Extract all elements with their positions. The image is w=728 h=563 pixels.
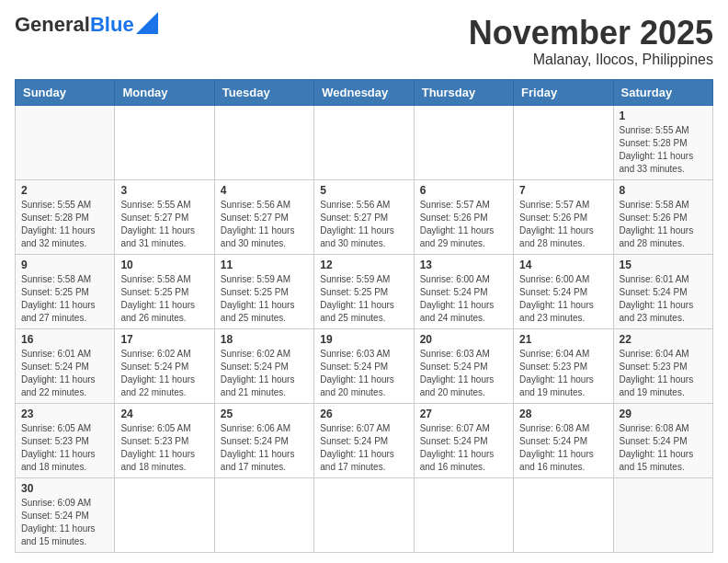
weekday-header: Friday — [514, 79, 613, 105]
day-info: Sunrise: 5:55 AM Sunset: 5:28 PM Dayligh… — [21, 199, 108, 250]
day-number: 20 — [420, 333, 507, 346]
calendar-day-cell: 1Sunrise: 5:55 AM Sunset: 5:28 PM Daylig… — [613, 105, 712, 179]
calendar-week-row: 30Sunrise: 6:09 AM Sunset: 5:24 PM Dayli… — [16, 477, 713, 552]
calendar-day-cell — [214, 105, 313, 179]
calendar-day-cell — [613, 477, 712, 552]
calendar-day-cell: 15Sunrise: 6:01 AM Sunset: 5:24 PM Dayli… — [613, 254, 712, 328]
day-info: Sunrise: 5:57 AM Sunset: 5:26 PM Dayligh… — [420, 199, 507, 250]
day-info: Sunrise: 6:03 AM Sunset: 5:24 PM Dayligh… — [420, 348, 507, 399]
day-info: Sunrise: 5:55 AM Sunset: 5:27 PM Dayligh… — [120, 199, 208, 250]
day-number: 23 — [21, 408, 108, 420]
calendar-week-row: 1Sunrise: 5:55 AM Sunset: 5:28 PM Daylig… — [16, 105, 713, 179]
calendar-day-cell: 2Sunrise: 5:55 AM Sunset: 5:28 PM Daylig… — [16, 179, 115, 254]
day-info: Sunrise: 6:06 AM Sunset: 5:24 PM Dayligh… — [221, 422, 308, 474]
calendar-day-cell — [115, 477, 214, 552]
calendar-day-cell — [314, 477, 414, 552]
logo: GeneralBlue — [15, 15, 158, 35]
day-info: Sunrise: 6:09 AM Sunset: 5:24 PM Dayligh… — [21, 497, 108, 548]
calendar-day-cell: 11Sunrise: 5:59 AM Sunset: 5:25 PM Dayli… — [214, 254, 313, 328]
day-number: 22 — [620, 333, 707, 346]
day-number: 15 — [620, 259, 707, 271]
weekday-header: Sunday — [16, 79, 115, 105]
day-number: 29 — [620, 408, 707, 420]
calendar-title-area: November 2025 Malanay, Ilocos, Philippin… — [469, 15, 713, 68]
calendar-day-cell: 18Sunrise: 6:02 AM Sunset: 5:24 PM Dayli… — [214, 328, 313, 403]
calendar-day-cell: 7Sunrise: 5:57 AM Sunset: 5:26 PM Daylig… — [514, 179, 613, 254]
calendar-day-cell: 26Sunrise: 6:07 AM Sunset: 5:24 PM Dayli… — [314, 403, 414, 477]
weekday-header: Thursday — [414, 79, 513, 105]
day-info: Sunrise: 6:03 AM Sunset: 5:24 PM Dayligh… — [320, 348, 407, 399]
page-header: GeneralBlue November 2025 Malanay, Iloco… — [15, 15, 713, 68]
calendar-day-cell — [16, 105, 115, 179]
day-number: 12 — [320, 259, 407, 271]
calendar-week-row: 23Sunrise: 6:05 AM Sunset: 5:23 PM Dayli… — [16, 403, 713, 477]
calendar-week-row: 2Sunrise: 5:55 AM Sunset: 5:28 PM Daylig… — [16, 179, 713, 254]
calendar-day-cell: 22Sunrise: 6:04 AM Sunset: 5:23 PM Dayli… — [613, 328, 712, 403]
calendar-day-cell — [314, 105, 414, 179]
calendar-day-cell: 9Sunrise: 5:58 AM Sunset: 5:25 PM Daylig… — [16, 254, 115, 328]
day-info: Sunrise: 5:58 AM Sunset: 5:25 PM Dayligh… — [21, 273, 108, 325]
day-number: 6 — [420, 184, 507, 197]
day-info: Sunrise: 6:08 AM Sunset: 5:24 PM Dayligh… — [519, 422, 607, 474]
calendar-week-row: 16Sunrise: 6:01 AM Sunset: 5:24 PM Dayli… — [16, 328, 713, 403]
calendar-day-cell: 4Sunrise: 5:56 AM Sunset: 5:27 PM Daylig… — [214, 179, 313, 254]
calendar-day-cell — [115, 105, 214, 179]
calendar-day-cell — [214, 477, 313, 552]
day-info: Sunrise: 6:04 AM Sunset: 5:23 PM Dayligh… — [620, 348, 707, 399]
calendar-week-row: 9Sunrise: 5:58 AM Sunset: 5:25 PM Daylig… — [16, 254, 713, 328]
day-number: 27 — [420, 408, 507, 420]
calendar-day-cell: 27Sunrise: 6:07 AM Sunset: 5:24 PM Dayli… — [414, 403, 513, 477]
calendar-day-cell: 21Sunrise: 6:04 AM Sunset: 5:23 PM Dayli… — [514, 328, 613, 403]
calendar-day-cell: 29Sunrise: 6:08 AM Sunset: 5:24 PM Dayli… — [613, 403, 712, 477]
day-number: 10 — [120, 259, 208, 271]
day-number: 11 — [221, 259, 308, 271]
calendar-day-cell — [514, 477, 613, 552]
location-title: Malanay, Ilocos, Philippines — [469, 52, 713, 68]
calendar-day-cell: 20Sunrise: 6:03 AM Sunset: 5:24 PM Dayli… — [414, 328, 513, 403]
day-number: 16 — [21, 333, 108, 346]
calendar-day-cell: 10Sunrise: 5:58 AM Sunset: 5:25 PM Dayli… — [115, 254, 214, 328]
calendar-day-cell — [514, 105, 613, 179]
logo-icon — [136, 12, 158, 34]
calendar-day-cell: 14Sunrise: 6:00 AM Sunset: 5:24 PM Dayli… — [514, 254, 613, 328]
day-number: 2 — [21, 184, 108, 197]
month-title: November 2025 — [469, 15, 713, 52]
day-number: 4 — [221, 184, 308, 197]
calendar-day-cell: 24Sunrise: 6:05 AM Sunset: 5:23 PM Dayli… — [115, 403, 214, 477]
day-number: 14 — [519, 259, 607, 271]
weekday-header: Wednesday — [314, 79, 414, 105]
day-number: 13 — [420, 259, 507, 271]
calendar-day-cell: 6Sunrise: 5:57 AM Sunset: 5:26 PM Daylig… — [414, 179, 513, 254]
day-number: 7 — [519, 184, 607, 197]
day-number: 18 — [221, 333, 308, 346]
day-info: Sunrise: 6:08 AM Sunset: 5:24 PM Dayligh… — [620, 422, 707, 474]
day-info: Sunrise: 5:58 AM Sunset: 5:25 PM Dayligh… — [120, 273, 208, 325]
day-info: Sunrise: 6:00 AM Sunset: 5:24 PM Dayligh… — [519, 273, 607, 325]
calendar-day-cell: 19Sunrise: 6:03 AM Sunset: 5:24 PM Dayli… — [314, 328, 414, 403]
day-info: Sunrise: 6:07 AM Sunset: 5:24 PM Dayligh… — [320, 422, 407, 474]
calendar-table: SundayMondayTuesdayWednesdayThursdayFrid… — [15, 79, 713, 553]
calendar-day-cell: 13Sunrise: 6:00 AM Sunset: 5:24 PM Dayli… — [414, 254, 513, 328]
day-number: 1 — [620, 109, 707, 122]
day-info: Sunrise: 6:01 AM Sunset: 5:24 PM Dayligh… — [21, 348, 108, 399]
day-number: 24 — [120, 408, 208, 420]
logo-text: GeneralBlue — [15, 15, 134, 35]
day-info: Sunrise: 5:55 AM Sunset: 5:28 PM Dayligh… — [620, 124, 707, 176]
day-info: Sunrise: 5:57 AM Sunset: 5:26 PM Dayligh… — [519, 199, 607, 250]
calendar-day-cell: 12Sunrise: 5:59 AM Sunset: 5:25 PM Dayli… — [314, 254, 414, 328]
day-info: Sunrise: 6:02 AM Sunset: 5:24 PM Dayligh… — [221, 348, 308, 399]
calendar-day-cell: 25Sunrise: 6:06 AM Sunset: 5:24 PM Dayli… — [214, 403, 313, 477]
calendar-day-cell: 3Sunrise: 5:55 AM Sunset: 5:27 PM Daylig… — [115, 179, 214, 254]
calendar-day-cell — [414, 105, 513, 179]
day-number: 25 — [221, 408, 308, 420]
day-number: 8 — [620, 184, 707, 197]
calendar-day-cell: 28Sunrise: 6:08 AM Sunset: 5:24 PM Dayli… — [514, 403, 613, 477]
calendar-day-cell — [414, 477, 513, 552]
day-number: 26 — [320, 408, 407, 420]
day-info: Sunrise: 6:05 AM Sunset: 5:23 PM Dayligh… — [21, 422, 108, 474]
weekday-header: Saturday — [613, 79, 712, 105]
day-number: 5 — [320, 184, 407, 197]
day-number: 30 — [21, 482, 108, 495]
calendar-day-cell: 30Sunrise: 6:09 AM Sunset: 5:24 PM Dayli… — [16, 477, 115, 552]
day-number: 21 — [519, 333, 607, 346]
